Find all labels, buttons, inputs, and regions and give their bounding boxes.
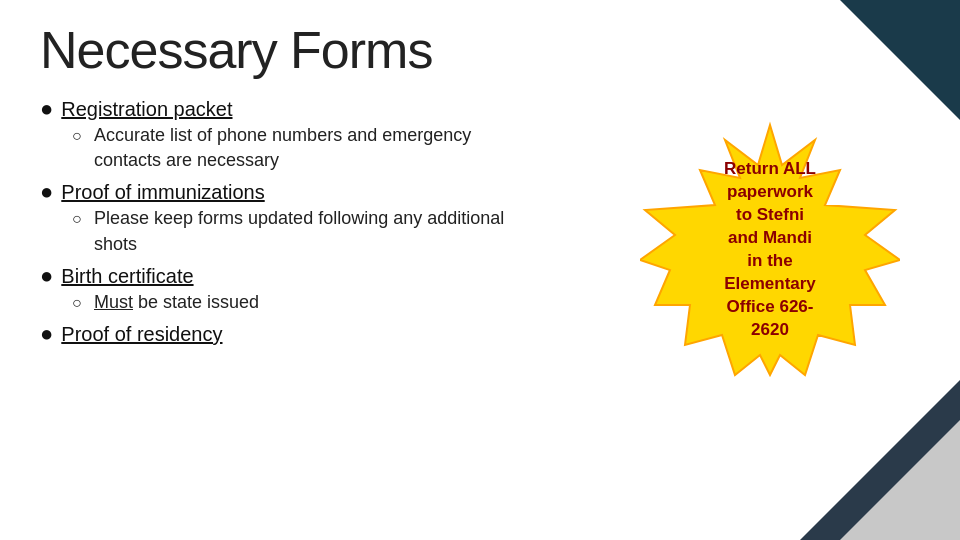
bullet-dot-4: ● [40, 323, 53, 345]
starburst-line3: to Stefni [680, 204, 860, 227]
content-area: Necessary Forms ● Registration packet ○ … [0, 0, 580, 540]
starburst-line4: and Mandi [680, 227, 860, 250]
starburst-line1: Return ALL [680, 158, 860, 181]
sub-must-state-issued: ○ Must be state issued [72, 290, 540, 315]
must-label: Must [94, 292, 133, 312]
sub-list-birth-cert: ○ Must be state issued [40, 290, 540, 315]
sub-keep-forms-updated: ○ Please keep forms updated following an… [72, 206, 540, 256]
bullet-registration-packet: ● Registration packet [40, 98, 540, 121]
accurate-list-text: Accurate list of phone numbers and emerg… [94, 123, 540, 173]
bullet-proof-residency: ● Proof of residency [40, 323, 540, 346]
bullet-birth-certificate: ● Birth certificate [40, 265, 540, 288]
sub-accurate-list: ○ Accurate list of phone numbers and eme… [72, 123, 540, 173]
corner-accent-top-right [840, 0, 960, 120]
starburst-text: Return ALL paperwork to Stefni and Mandi… [680, 158, 860, 342]
state-issued-suffix: be state issued [133, 292, 259, 312]
sub-circle-2: ○ [72, 208, 86, 230]
starburst-line7: Office 626- [680, 296, 860, 319]
sub-list-immunizations: ○ Please keep forms updated following an… [40, 206, 540, 256]
starburst: Return ALL paperwork to Stefni and Mandi… [640, 120, 900, 380]
sub-circle-1: ○ [72, 125, 86, 147]
proof-residency-label: Proof of residency [61, 323, 222, 346]
must-state-issued-text: Must be state issued [94, 290, 259, 315]
birth-certificate-label: Birth certificate [61, 265, 193, 288]
registration-packet-label: Registration packet [61, 98, 232, 121]
bullet-dot-3: ● [40, 265, 53, 287]
page-title: Necessary Forms [40, 20, 540, 80]
bullet-dot-1: ● [40, 98, 53, 120]
starburst-line2: paperwork [680, 181, 860, 204]
bullet-dot-2: ● [40, 181, 53, 203]
proof-immunizations-label: Proof of immunizations [61, 181, 264, 204]
keep-forms-text: Please keep forms updated following any … [94, 206, 540, 256]
bullet-proof-immunizations: ● Proof of immunizations [40, 181, 540, 204]
starburst-line8: 2620 [680, 319, 860, 342]
corner-accent-bottom-right-light [840, 420, 960, 540]
starburst-container: Return ALL paperwork to Stefni and Mandi… [640, 120, 900, 380]
starburst-line6: Elementary [680, 273, 860, 296]
bullet-list: ● Registration packet ○ Accurate list of… [40, 98, 540, 346]
starburst-line5: in the [680, 250, 860, 273]
slide: Necessary Forms ● Registration packet ○ … [0, 0, 960, 540]
sub-circle-3: ○ [72, 292, 86, 314]
sub-list-registration: ○ Accurate list of phone numbers and eme… [40, 123, 540, 173]
